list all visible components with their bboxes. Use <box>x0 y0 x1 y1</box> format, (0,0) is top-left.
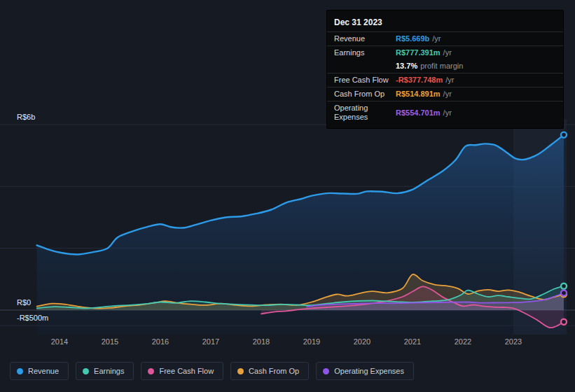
legend-item-cash_from_op[interactable]: Cash From Op <box>230 362 309 380</box>
tooltip-row-operating-expenses: Operating ExpensesR$554.701m/yr <box>327 101 563 124</box>
tooltip-row-suffix: /yr <box>432 34 441 43</box>
x-axis-label-2020: 2020 <box>354 337 370 346</box>
legend-item-earnings[interactable]: Earnings <box>76 362 134 380</box>
tooltip-row-label: Revenue <box>334 34 396 43</box>
x-axis-label-2018: 2018 <box>253 337 270 346</box>
tooltip-row-value: R$5.669b <box>396 34 429 43</box>
tooltip-row-value: 13.7% <box>396 62 417 71</box>
legend-item-free_cash_flow[interactable]: Free Cash Flow <box>141 362 223 380</box>
revenue-endpoint-dot[interactable] <box>561 132 567 138</box>
legend: RevenueEarningsFree Cash FlowCash From O… <box>10 362 414 380</box>
operating_expenses-endpoint-dot[interactable] <box>561 290 567 296</box>
tooltip-row-label: Earnings <box>334 48 396 57</box>
tooltip-date-title: Dec 31 2023 <box>327 15 563 31</box>
y-axis-label--500: -R$500m <box>17 314 48 322</box>
earnings-endpoint-dot[interactable] <box>561 284 567 289</box>
legend-label-earnings: Earnings <box>94 367 124 375</box>
tooltip-row-value: R$514.891m <box>396 90 441 99</box>
legend-item-operating_expenses[interactable]: Operating Expenses <box>316 362 414 380</box>
tooltip-row-label: Cash From Op <box>334 90 396 99</box>
tooltip-row-cash-from-op: Cash From OpR$514.891m/yr <box>327 87 563 101</box>
tooltip-row-suffix: /yr <box>443 108 452 118</box>
tooltip-row-suffix: /yr <box>445 76 454 85</box>
x-axis-label-2017: 2017 <box>202 337 219 346</box>
legend-label-cash_from_op: Cash From Op <box>249 367 299 375</box>
x-axis-label-2021: 2021 <box>404 337 421 346</box>
tooltip-row-label: Operating Expenses <box>334 104 396 122</box>
legend-label-revenue: Revenue <box>28 367 59 375</box>
legend-dot-revenue <box>17 368 23 374</box>
x-axis-label-2023: 2023 <box>505 337 522 346</box>
tooltip-row-suffix: /yr <box>443 48 452 57</box>
tooltip: Dec 31 2023 RevenueR$5.669b/yrEarningsR$… <box>326 10 564 129</box>
x-axis-label-2015: 2015 <box>102 337 118 346</box>
y-axis-label-6000: R$6b <box>17 113 35 121</box>
x-axis-label-2019: 2019 <box>303 337 320 346</box>
tooltip-row-value: R$554.701m <box>396 108 441 118</box>
y-axis-label-0: R$0 <box>17 298 31 307</box>
legend-dot-earnings <box>83 368 89 374</box>
legend-item-revenue[interactable]: Revenue <box>10 362 69 380</box>
tooltip-row-value: R$777.391m <box>396 48 441 57</box>
legend-dot-cash_from_op <box>237 368 244 374</box>
tooltip-row-profit-margin: 13.7%profit margin <box>327 59 563 73</box>
legend-dot-free_cash_flow <box>148 368 154 374</box>
x-axis-label-2022: 2022 <box>455 337 471 346</box>
x-axis-label-2016: 2016 <box>152 337 169 346</box>
legend-label-free_cash_flow: Free Cash Flow <box>159 367 214 375</box>
tooltip-row-value: -R$377.748m <box>396 76 443 85</box>
tooltip-row-label: Free Cash Flow <box>334 76 396 85</box>
free_cash_flow-endpoint-dot[interactable] <box>561 319 567 325</box>
tooltip-row-revenue: RevenueR$5.669b/yr <box>327 31 563 46</box>
x-axis-label-2014: 2014 <box>51 337 68 346</box>
tooltip-row-suffix: /yr <box>443 90 452 99</box>
tooltip-row-suffix: profit margin <box>420 62 463 71</box>
financial-history-chart-page: R$6bR$0-R$500m20142015201620172018201920… <box>0 0 575 392</box>
tooltip-row-earnings: EarningsR$777.391m/yr <box>327 46 563 59</box>
legend-label-operating_expenses: Operating Expenses <box>334 367 404 375</box>
tooltip-row-free-cash-flow: Free Cash Flow-R$377.748m/yr <box>327 73 563 87</box>
legend-dot-operating_expenses <box>323 368 329 374</box>
